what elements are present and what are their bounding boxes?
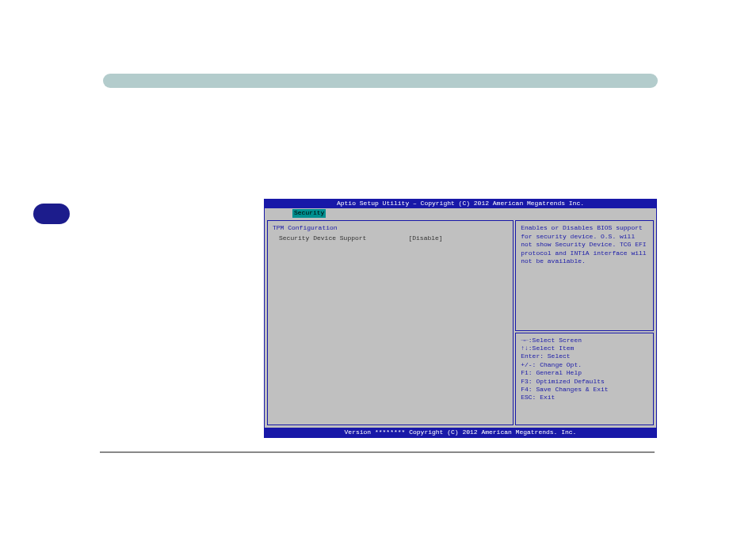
nav-esc-exit: ESC: Exit bbox=[521, 394, 648, 402]
bios-body: TPM Configuration Security Device Suppor… bbox=[264, 218, 657, 428]
nav-general-help: F1: General Help bbox=[521, 369, 648, 377]
bios-window: Aptio Setup Utility – Copyright (C) 2012… bbox=[264, 199, 657, 434]
security-device-support-label: Security Device Support bbox=[273, 234, 408, 242]
side-badge bbox=[33, 204, 70, 224]
tpm-config-heading: TPM Configuration bbox=[273, 224, 508, 232]
nav-save-exit: F4: Save Changes & Exit bbox=[521, 386, 648, 394]
bios-settings-panel: TPM Configuration Security Device Suppor… bbox=[267, 220, 514, 425]
tab-security[interactable]: Security bbox=[292, 209, 326, 217]
nav-select-item: ↑↓:Select Item bbox=[521, 345, 648, 352]
security-device-support-row[interactable]: Security Device Support [Disable] bbox=[273, 234, 508, 242]
nav-change-opt: +/-: Change Opt. bbox=[521, 361, 648, 369]
nav-select-screen: →←:Select Screen bbox=[521, 337, 648, 345]
bios-nav-help: →←:Select Screen ↑↓:Select Item Enter: S… bbox=[515, 333, 654, 426]
page-footer-line bbox=[100, 451, 655, 453]
bios-tab-bar: Security bbox=[264, 208, 657, 218]
nav-enter-select: Enter: Select bbox=[521, 352, 648, 360]
bios-help-text: Enables or Disables BIOS support for sec… bbox=[515, 220, 654, 330]
bios-title: Aptio Setup Utility – Copyright (C) 2012… bbox=[264, 199, 657, 208]
security-device-support-value[interactable]: [Disable] bbox=[408, 234, 508, 242]
nav-optimized-defaults: F3: Optimized Defaults bbox=[521, 378, 648, 386]
page-header-bar bbox=[103, 74, 658, 88]
bios-right-panel: Enables or Disables BIOS support for sec… bbox=[515, 220, 654, 425]
bios-footer: Version ******** Copyright (C) 2012 Amer… bbox=[264, 428, 657, 437]
